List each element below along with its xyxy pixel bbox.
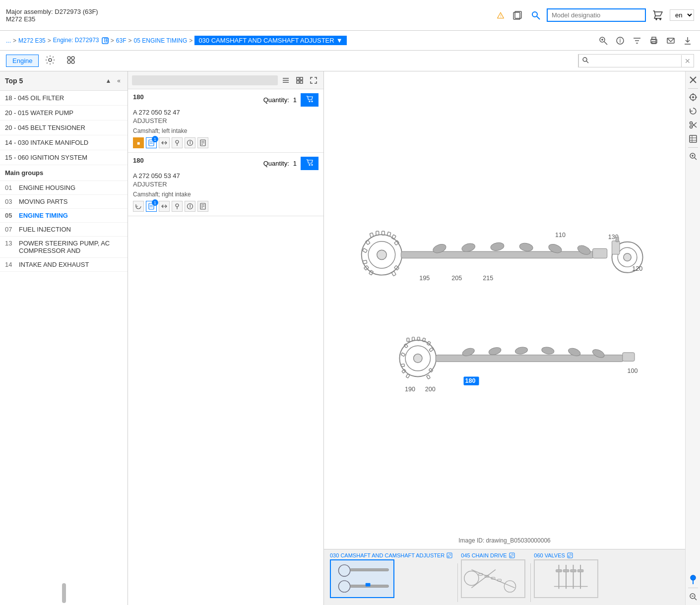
parts-item-1-part: A 272 050 53 47	[133, 172, 318, 180]
tab-search-clear-btn[interactable]: ✕	[681, 55, 694, 67]
thumb-2-image[interactable]	[534, 559, 598, 598]
mail-tool-button[interactable]	[664, 34, 677, 47]
svg-point-52	[176, 204, 179, 207]
thumb-2-label[interactable]: 060 VALVES	[534, 552, 598, 558]
sidebar-collapse-left-btn[interactable]: «	[115, 75, 123, 86]
thumb-0-image[interactable]	[330, 559, 394, 598]
filter-tool-button[interactable]	[631, 34, 643, 47]
parts-icon-page-0[interactable]	[197, 137, 208, 148]
svg-rect-74	[363, 248, 368, 253]
breadcrumb-active-text: 030 CAMSHAFT AND CAMSHAFT ADJUSTER	[198, 37, 334, 44]
parts-expand-btn[interactable]	[308, 74, 319, 86]
breadcrumb-63f[interactable]: 63F	[116, 37, 127, 44]
svg-text:195: 195	[419, 275, 430, 282]
svg-text:215: 215	[483, 275, 493, 282]
parts-icon-arrows-1[interactable]	[159, 201, 170, 212]
breadcrumb-engine[interactable]: Engine: D272973 ⊞	[53, 37, 109, 44]
rt-scissors-btn[interactable]	[687, 119, 700, 131]
parts-icon-pin-0[interactable]	[172, 137, 183, 148]
zoom-tool-button[interactable]	[597, 34, 610, 47]
parts-item-0-cart-btn[interactable]	[301, 93, 318, 107]
sidebar-group-item-05[interactable]: 05 ENGINE TIMING	[0, 209, 127, 223]
major-assembly-label: Major assembly: D272973 (63F)	[6, 8, 98, 15]
parts-icon-info-1[interactable]: i	[185, 201, 195, 212]
parts-list-view-btn[interactable]	[280, 74, 292, 86]
svg-rect-109	[436, 355, 624, 362]
thumb-1-image[interactable]	[461, 559, 525, 598]
parts-grid-view-btn[interactable]	[294, 74, 306, 86]
cart-button[interactable]	[650, 7, 666, 23]
app-header: Major assembly: D272973 (63F) M272 E35 !…	[0, 0, 700, 31]
warning-button[interactable]: !	[495, 10, 506, 21]
breadcrumb-m272[interactable]: M272 E35	[18, 37, 46, 44]
sidebar-top-item-1-label: 20 - 015 WATER PUMP	[5, 109, 73, 117]
parts-icon-pin-1[interactable]	[172, 201, 183, 212]
language-selector[interactable]: en de fr	[670, 9, 694, 21]
sidebar-top-item-0-label: 18 - 045 OIL FILTER	[5, 94, 64, 102]
rt-table-btn[interactable]	[687, 132, 700, 145]
sidebar-top-item-3-label: 14 - 030 INTAKE MANIFOLD	[5, 139, 88, 146]
sidebar-top-item-3[interactable]: 14 - 030 INTAKE MANIFOLD	[0, 135, 127, 150]
parts-icon-refresh-1[interactable]	[133, 201, 144, 212]
sidebar-group-item-03[interactable]: 03 MOVING PARTS	[0, 195, 127, 209]
copy-button[interactable]	[510, 8, 525, 23]
breadcrumb-tools: i	[597, 34, 694, 47]
sidebar-top-item-4[interactable]: 15 - 060 IGNITION SYSTEM	[0, 150, 127, 165]
print-tool-button[interactable]	[647, 34, 660, 47]
sidebar-group-num-13: 13	[5, 240, 15, 254]
svg-text:100: 100	[628, 367, 638, 374]
rt-zoom-in-btn[interactable]	[687, 150, 700, 163]
parts-icon-arrows-0[interactable]	[159, 137, 170, 148]
sidebar-group-item-07[interactable]: 07 FUEL INJECTION	[0, 223, 127, 237]
sidebar-group-name-07: FUEL INJECTION	[19, 226, 71, 233]
parts-panel: 180 Quantity: 1 A 272 050 52 47 ADJUSTER…	[128, 71, 324, 605]
thumb-sep-0	[457, 563, 458, 602]
tab-search-input[interactable]	[592, 56, 681, 66]
thumbnail-0[interactable]: 030 CAMSHAFT AND CAMSHAFT ADJUSTER	[330, 552, 452, 598]
tab-settings-icon[interactable]	[41, 53, 60, 69]
tab-engine[interactable]: Engine	[6, 55, 39, 67]
parts-icon-doc-1[interactable]: 1	[146, 201, 157, 212]
svg-text:120: 120	[632, 265, 642, 272]
sidebar-collapse-up-btn[interactable]: ▲	[103, 75, 113, 86]
sidebar-top-title: Top 5	[5, 77, 23, 85]
sidebar-group-item-13[interactable]: 13 POWER STEERING PUMP, AC COMPRESSOR AN…	[0, 237, 127, 258]
thumbnail-2[interactable]: 060 VALVES	[534, 552, 598, 598]
sidebar-top-item-0[interactable]: 18 - 045 OIL FILTER	[0, 91, 127, 106]
rt-target-btn[interactable]	[687, 91, 700, 104]
rt-close-btn[interactable]	[687, 73, 700, 86]
svg-text:i: i	[620, 37, 621, 44]
rt-pin-blue-btn[interactable]	[687, 573, 700, 586]
parts-item-1[interactable]: 180 Quantity: 1 A 272 050 53 47 ADJUSTER…	[128, 153, 323, 216]
model-search-input[interactable]	[547, 8, 646, 22]
parts-item-1-cart-btn[interactable]	[301, 157, 318, 170]
breadcrumb-engine-timing[interactable]: 05 ENGINE TIMING	[134, 37, 188, 44]
breadcrumb-ellipsis[interactable]: ...	[6, 37, 11, 44]
svg-point-26	[71, 57, 74, 60]
parts-item-1-num: 180	[133, 157, 153, 164]
sidebar-group-item-01[interactable]: 01 ENGINE HOUSING	[0, 181, 127, 195]
tab-search-box[interactable]: ✕	[578, 54, 694, 67]
parts-icon-info-0[interactable]: i	[185, 137, 195, 148]
header-search-button[interactable]	[529, 8, 543, 22]
sidebar-group-item-14[interactable]: 14 INTAKE AND EXHAUST	[0, 258, 127, 272]
breadcrumb-active[interactable]: 030 CAMSHAFT AND CAMSHAFT ADJUSTER ▼	[194, 36, 346, 45]
tab-group-icon[interactable]	[62, 53, 80, 69]
download-tool-button[interactable]	[681, 34, 694, 47]
thumb-0-label[interactable]: 030 CAMSHAFT AND CAMSHAFT ADJUSTER	[330, 552, 452, 558]
sidebar-top-item-2[interactable]: 20 - 045 BELT TENSIONER	[0, 121, 127, 135]
info-tool-button[interactable]: i	[614, 34, 627, 47]
svg-point-95	[414, 354, 422, 363]
parts-icon-orange-0[interactable]: ■	[133, 137, 144, 148]
rt-zoom-out-btn[interactable]	[687, 590, 700, 603]
thumb-1-label[interactable]: 045 CHAIN DRIVE	[461, 552, 525, 558]
thumbnail-1[interactable]: 045 CHAIN DRIVE	[461, 552, 525, 598]
svg-point-25	[67, 57, 70, 60]
sidebar-top-item-1[interactable]: 20 - 015 WATER PUMP	[0, 106, 127, 121]
parts-icon-page-1[interactable]	[197, 201, 208, 212]
parts-icon-doc-0[interactable]: 1	[146, 137, 157, 148]
tab-search-icon-btn[interactable]	[578, 55, 592, 67]
svg-rect-96	[407, 338, 409, 342]
rt-history-btn[interactable]	[687, 105, 700, 118]
parts-item-0[interactable]: 180 Quantity: 1 A 272 050 52 47 ADJUSTER…	[128, 89, 323, 153]
